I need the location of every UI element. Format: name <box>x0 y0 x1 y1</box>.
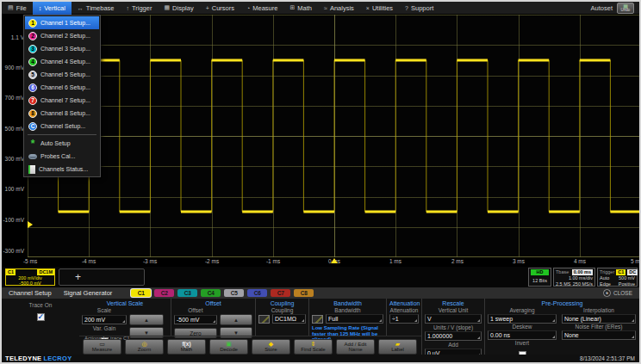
offset-up-button[interactable]: ▲ <box>220 314 252 325</box>
channel-chip-c4[interactable]: C4 <box>201 289 221 297</box>
menu-math[interactable]: ⊞Math <box>283 2 318 15</box>
timebase-rate: 250 MS/s <box>573 281 593 287</box>
offset-header: Offset <box>174 300 252 306</box>
x-axis-label: -2 ms <box>205 258 219 264</box>
preprocessing-header: Pre-Processing <box>488 300 637 306</box>
menu-item-probes-cal[interactable]: Probes Cal... <box>25 150 99 163</box>
scale-up-button[interactable]: ▲ <box>129 314 164 325</box>
menu-item-channel-6-setup[interactable]: 6Channel 6 Setup... <box>25 81 99 94</box>
menu-trigger[interactable]: ↑Trigger <box>120 2 158 15</box>
add-trace-icon: + <box>75 272 81 282</box>
channel-chip-c8[interactable]: C8 <box>294 289 314 297</box>
bandwidth-header: Bandwidth <box>312 300 383 306</box>
add-label: Add <box>425 342 482 349</box>
x-axis-label: 2 ms <box>451 258 464 264</box>
offset-field[interactable]: -500 mV <box>174 315 217 324</box>
channel-chip-c3[interactable]: C3 <box>177 289 197 297</box>
menu-timebase[interactable]: ↔Timebase <box>72 2 121 15</box>
menu-vertical[interactable]: ↕Vertical <box>33 2 72 15</box>
c1-name-chip: C1 <box>6 269 16 275</box>
cursors-icon: + <box>206 5 209 11</box>
menu-utilities[interactable]: ×Utilities <box>360 2 399 15</box>
menu-support[interactable]: ?Support <box>399 2 439 15</box>
attenuation-field[interactable]: ÷1 <box>389 314 419 324</box>
menu-item-channel-3-setup[interactable]: 3Channel 3 Setup... <box>25 42 99 55</box>
menu-item-channel-7-setup[interactable]: 7Channel 7 Setup... <box>25 94 99 107</box>
units-per-v-field[interactable]: 1.000000 <box>425 331 482 341</box>
attenuation-section: Attenuation Attenuation ÷1 <box>386 299 421 336</box>
auto-setup-icon <box>28 140 37 147</box>
vertical-unit-label: Vertical Unit <box>425 307 482 314</box>
noise-filter-field[interactable]: None <box>562 330 636 340</box>
bandwidth-field[interactable]: Full <box>326 314 383 324</box>
menu-file[interactable]: ▤File <box>2 2 33 15</box>
scale-field[interactable]: 200 mV <box>82 315 127 324</box>
deskew-field[interactable]: 0.00 ns <box>488 330 557 340</box>
coupling-section: Coupling Coupling DC1MΩ <box>255 299 308 336</box>
zoom-button-icon: ◎ <box>141 341 146 347</box>
vertical-unit-field[interactable]: V <box>425 314 482 324</box>
measure-button-icon: ▭ <box>99 341 105 347</box>
oscilloscope-app: ▤File ↕Vertical ↔Timebase ↑Trigger ▦Disp… <box>2 2 639 362</box>
undo-autoset-button[interactable]: ▦Undo <box>617 3 634 14</box>
close-panel-button[interactable]: ×Close <box>603 289 632 297</box>
trace-actions-section: Actions for trace C1 ▭Measure ◎Zoom f(x)… <box>79 336 421 355</box>
measure-button[interactable]: ▭Measure <box>83 339 121 355</box>
status-bar: TELEDYNELECROY 8/13/2024 2:51:37 PM <box>2 355 639 362</box>
trace-on-checkbox[interactable] <box>37 313 45 321</box>
decode-button[interactable]: ▣Decode <box>209 339 248 355</box>
hd-mode-descriptor[interactable]: HD 12 Bits <box>528 268 551 287</box>
channel-chip-c2[interactable]: C2 <box>154 289 174 297</box>
menu-item-label: Channel Setup... <box>40 123 85 129</box>
channel-7-icon: 7 <box>28 96 37 105</box>
channel-4-icon: 4 <box>28 58 37 66</box>
trigger-type: Edge <box>600 281 611 287</box>
probes-cal-icon <box>28 154 37 159</box>
menu-item-label: Channel 8 Setup... <box>40 110 90 116</box>
trigger-descriptor[interactable]: TriggerC1DC Auto500 mV EdgePositive <box>597 268 638 287</box>
add-edit-name-button[interactable]: Add / Edit Name <box>336 339 375 355</box>
trigger-position-marker[interactable] <box>331 258 338 263</box>
math-button[interactable]: f(x)Math <box>167 339 206 355</box>
menu-analysis[interactable]: ≈Analysis <box>318 2 360 15</box>
c1-trace-descriptor[interactable]: C1 DC1M 200 mV/div -500.0 mV <box>5 268 55 286</box>
menu-math-label: Math <box>297 4 312 12</box>
channel-setup-panel: Channel Setup Signal Generator C1 C2 C3 … <box>2 287 639 355</box>
menu-analysis-label: Analysis <box>330 4 354 12</box>
channel-chip-c7[interactable]: C7 <box>271 289 290 297</box>
menu-cursors[interactable]: +Cursors <box>200 2 240 15</box>
store-button[interactable]: ◆Store <box>252 339 290 355</box>
menu-item-channel-2-setup[interactable]: 2Channel 2 Setup... <box>25 29 99 42</box>
menu-item-channel-5-setup[interactable]: 5Channel 5 Setup... <box>25 68 99 81</box>
menu-item-channel-setup[interactable]: CChannel Setup... <box>25 120 99 133</box>
waveform-svg <box>28 15 639 257</box>
interpolation-field[interactable]: None (Linear) <box>562 314 636 324</box>
c1-offset-marker[interactable] <box>28 221 33 228</box>
menu-item-channel-8-setup[interactable]: 8Channel 8 Setup... <box>25 107 99 120</box>
find-scale-button[interactable]: ⇕Find Scale <box>294 339 333 355</box>
label-button[interactable]: ▰Label <box>378 339 417 355</box>
zoom-button[interactable]: ◎Zoom <box>125 339 164 355</box>
menu-item-channel-1-setup[interactable]: 1Channel 1 Setup... <box>25 16 99 29</box>
label-button-icon: ▰ <box>395 341 400 347</box>
scale-label: Scale <box>82 307 127 314</box>
tab-signal-generator[interactable]: Signal Generator <box>64 289 113 297</box>
menu-item-channel-4-setup[interactable]: 4Channel 4 Setup... <box>25 55 99 68</box>
channel-chip-c1[interactable]: C1 <box>131 289 151 297</box>
tab-channel-setup[interactable]: Channel Setup <box>9 289 52 297</box>
channel-chip-c5[interactable]: C5 <box>224 289 244 297</box>
brand-lecroy: LECROY <box>43 355 72 362</box>
add-trace-box[interactable]: + <box>59 268 145 286</box>
menu-item-channels-status[interactable]: Channels Status... <box>25 163 99 176</box>
channel-chip-c6[interactable]: C6 <box>247 289 267 297</box>
measure-button-label: Measure <box>92 347 112 353</box>
coupling-field[interactable]: DC1MΩ <box>272 314 306 324</box>
menu-display[interactable]: ▦Display <box>158 2 199 15</box>
timebase-descriptor[interactable]: Tbase0.00 ms 1.00 ms/div 2.5 MS250 MS/s <box>553 268 595 287</box>
averaging-field[interactable]: 1 sweep <box>488 314 557 324</box>
menu-item-auto-setup[interactable]: Auto Setup <box>25 137 99 150</box>
timebase-samples: 2.5 MS <box>556 281 570 287</box>
trigger-icon: ↑ <box>126 5 129 11</box>
y-axis-label: 700 mV <box>2 95 26 101</box>
menu-measure[interactable]: ◔Measure <box>240 2 283 15</box>
